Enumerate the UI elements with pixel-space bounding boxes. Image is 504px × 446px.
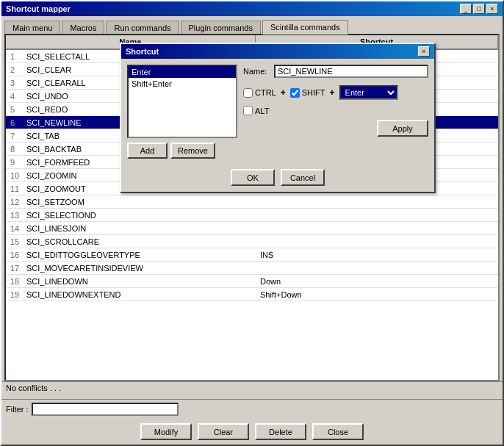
apply-row: Apply [243,120,428,137]
status-bar: No conflicts . . . [1,381,503,399]
alt-checkbox-row: ALT [243,106,269,115]
name-field: SCI_NEWLINE [274,65,428,78]
shortcut-list-item[interactable]: Shift+Enter [129,78,236,90]
tab-scintilla-commands[interactable]: Scintilla commands [262,20,348,35]
bottom-buttons: Modify Clear Delete Close [1,419,503,445]
remove-button[interactable]: Remove [170,143,215,159]
minimize-button[interactable]: _ [460,4,472,14]
close-main-button[interactable]: Close [312,423,364,440]
delete-button[interactable]: Delete [255,423,306,440]
tabs-bar: Main menu Macros Run commands Plugin com… [1,16,503,34]
clear-button[interactable]: Clear [198,423,249,440]
close-button[interactable]: × [486,4,498,14]
modify-button[interactable]: Modify [140,423,192,440]
filter-bar: Filter : [1,399,503,419]
window-title: Shortcut mapper [6,4,71,13]
apply-button[interactable]: Apply [377,120,428,137]
alt-row: ALT [243,106,428,115]
dialog-overlay: Shortcut × EnterShift+Enter Add Remove [6,35,498,380]
tab-plugin-commands[interactable]: Plugin commands [181,21,261,35]
ctrl-label: CTRL [255,88,276,97]
shift-label: SHIFT [302,88,325,97]
main-window: Shortcut mapper _ □ × Main menu Macros R… [0,0,504,446]
name-row: Name: SCI_NEWLINE [243,65,428,78]
ok-button[interactable]: OK [231,169,275,186]
content-area: Name Shortcut 1 SCI_SELECTALL Ctrl+A 2 S… [4,34,500,381]
tab-run-commands[interactable]: Run commands [106,21,179,35]
plus-sign-2: + [330,87,335,98]
ctrl-checkbox[interactable] [243,88,253,98]
shortcut-list[interactable]: EnterShift+Enter [127,65,237,138]
dialog-title-text: Shortcut [126,47,159,56]
plus-sign-1: + [281,87,286,98]
shortcut-dialog: Shortcut × EnterShift+Enter Add Remove [120,43,436,193]
cancel-button[interactable]: Cancel [281,169,325,186]
filter-input[interactable] [32,403,179,416]
ctrl-row: CTRL + SHIFT + Enter Shift+Enter [243,85,428,100]
alt-checkbox[interactable] [243,106,253,115]
dialog-buttons: OK Cancel [121,165,434,192]
dialog-list-buttons: Add Remove [127,143,237,159]
tab-main-menu[interactable]: Main menu [4,21,60,35]
filter-label: Filter : [6,405,29,414]
dialog-title-bar: Shortcut × [121,44,434,59]
maximize-button[interactable]: □ [473,4,485,14]
dialog-left-panel: EnterShift+Enter Add Remove [127,65,237,159]
key-select[interactable]: Enter Shift+Enter Space Tab [339,85,398,100]
dialog-right-panel: Name: SCI_NEWLINE CTRL + [243,65,428,159]
status-text: No conflicts . . . [6,384,61,392]
shift-checkbox-row: SHIFT [290,88,325,98]
ctrl-checkbox-row: CTRL [243,88,276,98]
name-label: Name: [243,67,271,76]
title-bar-buttons: _ □ × [460,4,498,14]
shortcut-list-item[interactable]: Enter [129,66,236,78]
dialog-close-button[interactable]: × [418,46,430,57]
tab-macros[interactable]: Macros [62,21,104,35]
add-button[interactable]: Add [127,143,168,159]
shift-checkbox[interactable] [290,88,300,98]
dialog-content: EnterShift+Enter Add Remove Name: SCI_NE… [121,59,434,165]
title-bar: Shortcut mapper _ □ × [1,1,503,16]
alt-label: ALT [255,107,269,115]
